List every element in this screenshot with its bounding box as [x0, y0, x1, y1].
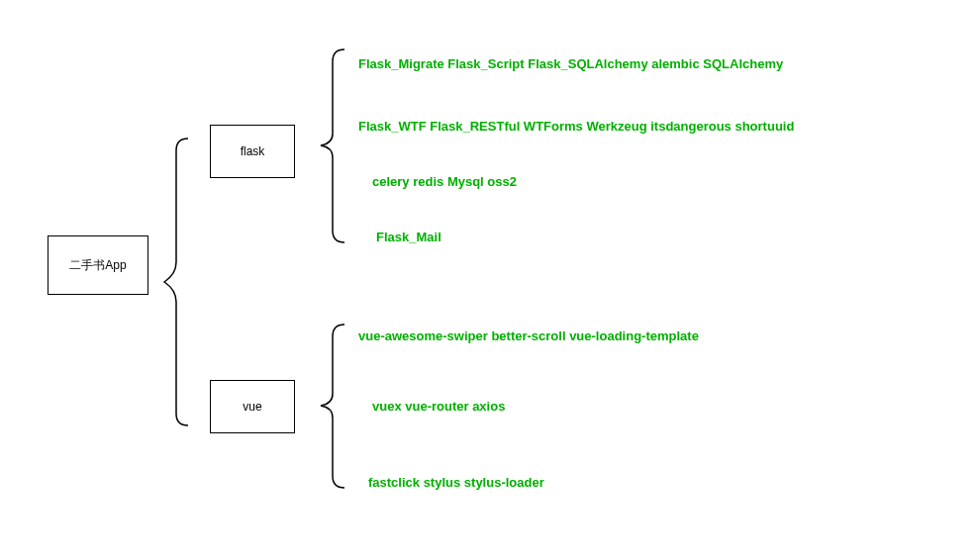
- leaf-flask-1: Flask_Migrate Flask_Script Flask_SQLAlch…: [358, 56, 783, 71]
- brace-flask: [317, 49, 356, 242]
- leaf-flask-2: Flask_WTF Flask_RESTful WTForms Werkzeug…: [358, 119, 794, 134]
- node-flask-label: flask: [241, 144, 265, 158]
- node-vue-label: vue: [243, 400, 261, 414]
- node-root-label: 二手书App: [69, 257, 126, 274]
- brace-root: [160, 139, 200, 425]
- leaf-flask-4: Flask_Mail: [376, 230, 441, 244]
- node-flask: flask: [210, 125, 295, 178]
- leaf-vue-1: vue-awesome-swiper better-scroll vue-loa…: [358, 328, 699, 343]
- leaf-vue-2: vuex vue-router axios: [372, 399, 505, 414]
- brace-vue: [317, 325, 356, 488]
- node-vue: vue: [210, 380, 295, 433]
- node-root: 二手书App: [48, 235, 148, 295]
- leaf-vue-3: fastclick stylus stylus-loader: [368, 475, 544, 490]
- leaf-flask-3: celery redis Mysql oss2: [372, 174, 517, 189]
